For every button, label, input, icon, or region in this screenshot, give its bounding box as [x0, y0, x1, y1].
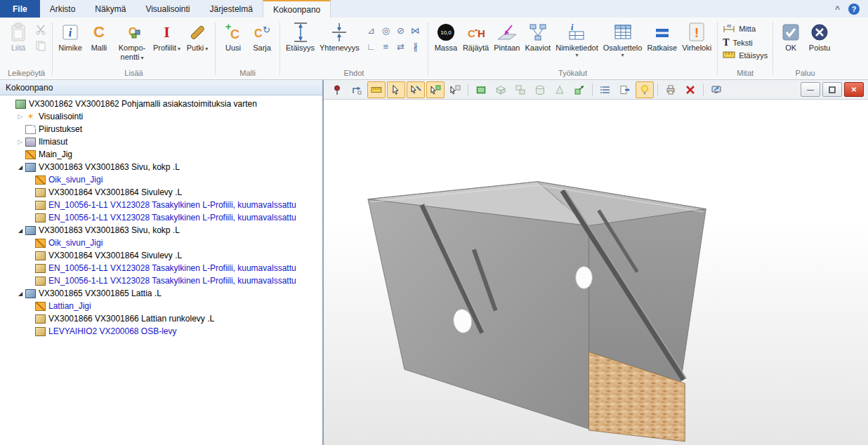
- tree-item[interactable]: ◢ VX3001865 VX3001865 Lattia .L: [0, 287, 322, 300]
- restore-button[interactable]: [822, 82, 842, 97]
- viewport-window-controls: — ✕: [801, 82, 864, 97]
- tree-item[interactable]: Main_Jig: [0, 148, 322, 161]
- tangent-constraint-icon[interactable]: ⊘: [393, 22, 408, 39]
- collapsed-arrow-icon[interactable]: ▷: [15, 138, 25, 145]
- export-box-icon[interactable]: [570, 81, 588, 98]
- teksti-button[interactable]: T Teksti: [723, 37, 768, 48]
- ribbon-group-malli: +C Uusi C↻ Sarja Malli: [216, 18, 279, 79]
- jig-icon: [35, 239, 46, 248]
- putki-button[interactable]: Putki▾: [183, 20, 211, 63]
- concentric-constraint-icon[interactable]: ◎: [379, 22, 393, 39]
- menu-tab-bar: File Arkisto Näkymä Visualisointi Järjes…: [0, 0, 868, 18]
- left-wall-panel[interactable]: [368, 199, 589, 429]
- yhtenevyys-constraint-button[interactable]: Yhtenevyys: [317, 20, 362, 63]
- tree-item[interactable]: LEVYAIHIO2 VX200068 OSB-levy: [0, 325, 322, 338]
- select-face-icon[interactable]: [426, 81, 445, 98]
- poistu-button[interactable]: Poistu: [805, 20, 834, 63]
- minimize-button[interactable]: —: [801, 82, 820, 97]
- perpendicular-constraint-icon[interactable]: ∟: [364, 39, 379, 55]
- export-document-icon[interactable]: [616, 81, 634, 98]
- tree-item[interactable]: EN_10056-1-L1 VX123028 Tasakylkinen L-Pr…: [0, 211, 322, 224]
- assembly-tree[interactable]: VX3001862 VX3001862 Pohjamalli asiakasto…: [0, 95, 322, 445]
- tab-visualisointi[interactable]: Visualisointi: [136, 0, 199, 18]
- unparallel-constraint-icon[interactable]: ∦: [408, 39, 423, 55]
- tab-jarjestelma[interactable]: Järjestelmä: [200, 0, 263, 18]
- cylinder-icon[interactable]: [531, 81, 549, 98]
- help-icon[interactable]: ?: [848, 4, 860, 15]
- massa-button[interactable]: 10,0 Massa: [432, 20, 460, 63]
- swap-constraint-icon[interactable]: ⇄: [393, 39, 408, 55]
- tree-item[interactable]: Oik_sivun_Jigi: [0, 237, 322, 249]
- collapse-ribbon-icon[interactable]: ^: [835, 4, 840, 14]
- angle-constraint-icon[interactable]: ⊿: [364, 22, 379, 39]
- parallel-constraint-icon[interactable]: ≡: [379, 39, 393, 55]
- nimiketiedot-button[interactable]: i Nimiketiedot ▾: [553, 20, 600, 63]
- paste-button[interactable]: Liitä: [4, 20, 32, 63]
- collapsed-arrow-icon[interactable]: ▷: [15, 113, 25, 120]
- delete-view-icon[interactable]: [681, 81, 699, 98]
- 3d-canvas[interactable]: [324, 100, 868, 445]
- tree-item[interactable]: ◢ VX3001863 VX3001863 Sivu, kokp .L: [0, 224, 322, 237]
- tree-item[interactable]: ◢ VX3001863 VX3001863 Sivu, kokp .L: [0, 161, 322, 173]
- tab-nakyma[interactable]: Näkymä: [85, 0, 136, 18]
- etaisyys-constraint-button[interactable]: Etäisyys: [284, 20, 317, 63]
- virheloki-button[interactable]: ! Virheloki: [680, 20, 714, 63]
- ratkaise-button[interactable]: Ratkaise: [645, 20, 679, 63]
- tab-arkisto[interactable]: Arkisto: [40, 0, 86, 18]
- select-part-icon[interactable]: [446, 81, 464, 98]
- 3d-model-view[interactable]: [324, 100, 868, 445]
- measure-ruler-icon[interactable]: [367, 81, 386, 98]
- cut-scissors-icon[interactable]: [33, 22, 48, 36]
- group-label: Malli: [216, 69, 279, 79]
- close-button[interactable]: ✕: [844, 82, 864, 97]
- tree-item[interactable]: EN_10056-1-L1 VX123028 Tasakylkinen L-Pr…: [0, 274, 322, 287]
- box-stack-icon[interactable]: [511, 81, 530, 98]
- tree-item[interactable]: Lattian_Jigi: [0, 300, 322, 312]
- kaaviot-button[interactable]: Kaaviot: [522, 20, 553, 63]
- tree-item[interactable]: VX3001866 VX3001866 Lattian runkolevy .L: [0, 312, 322, 325]
- shading-icon[interactable]: [636, 81, 654, 98]
- expanded-arrow-icon[interactable]: ◢: [15, 291, 25, 297]
- tree-item[interactable]: VX3001864 VX3001864 Sivulevy .L: [0, 186, 322, 199]
- solid-box-icon[interactable]: [472, 81, 490, 98]
- pin-icon[interactable]: [328, 81, 346, 98]
- uusi-button[interactable]: +C Uusi: [219, 20, 247, 63]
- ok-button[interactable]: OK: [777, 20, 805, 63]
- tree-item-root[interactable]: VX3001862 VX3001862 Pohjamalli asiakasto…: [0, 98, 322, 110]
- error-log-icon: !: [687, 20, 706, 44]
- osaluettelo-button[interactable]: Osaluettelo ▾: [601, 20, 645, 63]
- rajayta-button[interactable]: CH Räjäytä: [461, 20, 491, 63]
- tree-item[interactable]: Oik_sivun_Jigi: [0, 173, 322, 186]
- nimike-button[interactable]: i Nimike: [56, 20, 84, 63]
- model-c-icon: C: [93, 20, 105, 44]
- toolbar-separator: [657, 84, 658, 96]
- pintaan-button[interactable]: Pintaan: [492, 20, 522, 63]
- profiilit-button[interactable]: I Profiilit▾: [151, 20, 183, 63]
- tree-item[interactable]: Piirustukset: [0, 123, 322, 135]
- symmetry-constraint-icon[interactable]: ⋈: [408, 22, 423, 39]
- send-to-screen-icon[interactable]: [707, 81, 725, 98]
- print-icon[interactable]: [662, 81, 680, 98]
- komponentti-button[interactable]: C Kompo-nentti▾: [114, 20, 150, 63]
- expanded-arrow-icon[interactable]: ◢: [15, 227, 25, 234]
- wire-box-icon[interactable]: [492, 81, 510, 98]
- expanded-arrow-icon[interactable]: ◢: [15, 164, 25, 171]
- tree-item[interactable]: EN_10056-1-L1 VX123028 Tasakylkinen L-Pr…: [0, 262, 322, 274]
- select-edge-icon[interactable]: [407, 81, 425, 98]
- malli-button[interactable]: C Malli: [85, 20, 113, 63]
- list-view-icon[interactable]: [596, 81, 614, 98]
- tree-item[interactable]: ▷ ☀ Visualisointi: [0, 110, 322, 123]
- select-arrow-icon[interactable]: [387, 81, 405, 98]
- pan-view-icon[interactable]: [348, 81, 366, 98]
- tree-item[interactable]: EN_10056-1-L1 VX123028 Tasakylkinen L-Pr…: [0, 199, 322, 211]
- copy-icon[interactable]: [33, 39, 48, 53]
- etaisyys-measure-button[interactable]: Etäisyys: [723, 51, 768, 60]
- mitta-button[interactable]: 45 Mitta: [723, 23, 768, 34]
- prism-icon[interactable]: [551, 81, 569, 98]
- sarja-button[interactable]: C↻ Sarja: [248, 20, 276, 63]
- tree-item[interactable]: VX3001864 VX3001864 Sivulevy .L: [0, 249, 322, 262]
- tree-item[interactable]: ▷ Ilmiasut: [0, 135, 322, 148]
- tab-file[interactable]: File: [0, 0, 40, 18]
- tab-kokoonpano[interactable]: Kokoonpano: [263, 0, 331, 18]
- assembly-root-icon: [15, 100, 26, 109]
